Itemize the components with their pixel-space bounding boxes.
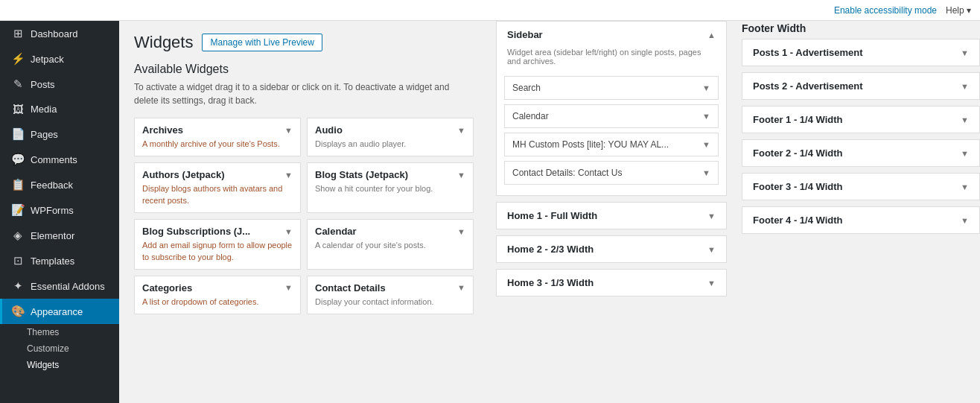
sidebar-item-label: Appearance	[31, 306, 83, 317]
sidebar-widget-contact-details[interactable]: Contact Details: Contact Us ▼	[504, 161, 719, 185]
widget-calendar[interactable]: Calendar ▼ A calendar of your site's pos…	[307, 219, 474, 270]
sidebar-area-header[interactable]: Sidebar ▲	[497, 22, 726, 48]
appearance-icon: 🎨	[11, 305, 25, 318]
home3-area-header[interactable]: Home 3 - 1/3 Width ▼	[497, 270, 726, 296]
widget-categories[interactable]: Categories ▼ A list or dropdown of categ…	[134, 276, 301, 314]
widget-blog-stats-jetpack[interactable]: Blog Stats (Jetpack) ▼ Show a hit counte…	[307, 162, 474, 213]
sidebar-item-feedback[interactable]: 📋 Feedback	[0, 172, 119, 197]
sidebar-widget-calendar-label: Calendar	[512, 111, 549, 121]
nav-sub-customize[interactable]: Customize	[0, 340, 119, 357]
posts1-ad-label: Posts 1 - Advertisement	[753, 47, 863, 58]
widget-categories-title: Categories	[142, 282, 192, 293]
footer2-label: Footer 2 - 1/4 Width	[753, 147, 843, 159]
sidebar-item-jetpack[interactable]: ⚡ Jetpack	[0, 46, 119, 72]
footer3-header[interactable]: Footer 3 - 1/4 Width ▼	[742, 174, 979, 200]
footer4-label: Footer 4 - 1/4 Width	[753, 215, 843, 226]
posts1-ad-header[interactable]: Posts 1 - Advertisement ▼	[742, 39, 979, 66]
widget-blog-subscriptions[interactable]: Blog Subscriptions (J... ▼ Add an email …	[134, 219, 301, 270]
sidebar-widget-contact-arrow: ▼	[702, 168, 710, 177]
footer2-area: Footer 2 - 1/4 Width ▼	[742, 139, 980, 167]
footer1-header[interactable]: Footer 1 - 1/4 Width ▼	[742, 107, 979, 133]
widget-authors-jetpack-title: Authors (Jetpack)	[142, 169, 225, 180]
widget-archives[interactable]: Archives ▼ A monthly archive of your sit…	[134, 118, 301, 156]
home3-area-title: Home 3 - 1/3 Width	[507, 277, 594, 288]
nav-sub-widgets[interactable]: Widgets	[0, 357, 119, 373]
home1-area-header[interactable]: Home 1 - Full Width ▼	[497, 203, 726, 229]
widget-authors-jetpack-desc: Display blogs authors with avatars and r…	[142, 183, 293, 206]
available-widgets-title: Available Widgets	[134, 63, 474, 76]
wpforms-icon: 📝	[11, 203, 25, 217]
widget-audio-title: Audio	[315, 124, 343, 136]
widget-blog-stats-jetpack-title: Blog Stats (Jetpack)	[315, 169, 408, 180]
sidebar-area-arrow: ▲	[707, 31, 716, 39]
widget-calendar-arrow: ▼	[457, 227, 465, 236]
widget-contact-details-arrow: ▼	[457, 283, 465, 292]
widget-calendar-title: Calendar	[315, 226, 357, 237]
widget-audio-desc: Displays an audio player.	[315, 139, 465, 150]
footer3-label: Footer 3 - 1/4 Width	[753, 181, 843, 192]
footer1-area: Footer 1 - 1/4 Width ▼	[742, 106, 980, 133]
widget-categories-arrow: ▼	[284, 283, 293, 292]
home2-area: Home 2 - 2/3 Width ▼	[496, 235, 727, 263]
widget-audio-arrow: ▼	[457, 126, 465, 135]
sidebar-widget-mh-custom-posts[interactable]: MH Custom Posts [lite]: YOU MAY AL... ▼	[504, 133, 719, 156]
widget-authors-jetpack-arrow: ▼	[284, 171, 293, 180]
sidebar-item-templates[interactable]: ⊡ Templates	[0, 248, 119, 273]
footer4-area: Footer 4 - 1/4 Width ▼	[742, 206, 980, 234]
essential-addons-icon: ✦	[11, 279, 25, 293]
sidebar-widget-search[interactable]: Search ▼	[504, 76, 719, 100]
sidebar-item-comments[interactable]: 💬 Comments	[0, 147, 119, 172]
sidebar-item-essential-addons[interactable]: ✦ Essential Addons	[0, 273, 119, 299]
footer1-label: Footer 1 - 1/4 Width	[753, 114, 843, 125]
right-panel: Sidebar ▲ Widget area (sidebar left/righ…	[489, 21, 980, 403]
jetpack-icon: ⚡	[11, 52, 25, 66]
sidebar-item-posts[interactable]: ✎ Posts	[0, 72, 119, 97]
manage-live-preview-button[interactable]: Manage with Live Preview	[202, 34, 322, 51]
help-button[interactable]: Help ▾	[946, 5, 971, 16]
sidebar-widget-search-label: Search	[512, 83, 541, 93]
widgets-grid: Archives ▼ A monthly archive of your sit…	[134, 118, 474, 314]
media-icon: 🖼	[11, 103, 25, 115]
footer-widget-panel: Footer Width Posts 1 - Advertisement ▼ P…	[734, 21, 980, 403]
templates-icon: ⊡	[11, 254, 25, 267]
home2-area-header[interactable]: Home 2 - 2/3 Width ▼	[497, 236, 726, 262]
posts1-ad-area: Posts 1 - Advertisement ▼	[742, 39, 980, 66]
sidebar-item-media[interactable]: 🖼 Media	[0, 97, 119, 121]
sidebar-item-appearance[interactable]: 🎨 Appearance	[0, 299, 119, 324]
widget-authors-jetpack[interactable]: Authors (Jetpack) ▼ Display blogs author…	[134, 162, 301, 213]
widget-contact-details-title: Contact Details	[315, 282, 386, 293]
page-header: Widgets Manage with Live Preview	[134, 33, 474, 52]
sidebar-item-label: Elementor	[31, 230, 74, 241]
footer3-arrow: ▼	[961, 183, 969, 191]
footer-width-title: Footer Width	[742, 21, 980, 34]
sidebar-item-wpforms[interactable]: 📝 WPForms	[0, 197, 119, 223]
widget-audio[interactable]: Audio ▼ Displays an audio player.	[307, 118, 474, 156]
sidebar-item-pages[interactable]: 📄 Pages	[0, 121, 119, 147]
posts-icon: ✎	[11, 77, 25, 91]
widget-contact-details[interactable]: Contact Details ▼ Display your contact i…	[307, 276, 474, 314]
top-bar: Enable accessibility mode Help ▾	[0, 0, 980, 21]
sidebar-item-label: Feedback	[31, 180, 73, 191]
nav-sub-themes[interactable]: Themes	[0, 324, 119, 340]
sidebar-area-main: Sidebar ▲ Widget area (sidebar left/righ…	[496, 21, 727, 196]
sidebar-item-dashboard[interactable]: ⊞ Dashboard	[0, 21, 119, 46]
accessibility-link[interactable]: Enable accessibility mode	[834, 5, 937, 16]
page-title: Widgets	[134, 33, 193, 52]
sidebar-area-title: Sidebar	[507, 29, 543, 40]
footer2-header[interactable]: Footer 2 - 1/4 Width ▼	[742, 140, 979, 166]
available-widgets-desc: To activate a widget drag it to a sideba…	[134, 80, 474, 107]
elementor-icon: ◈	[11, 229, 25, 242]
sidebar-item-label: Essential Addons	[31, 281, 105, 292]
home3-area-arrow: ▼	[707, 279, 716, 288]
footer4-header[interactable]: Footer 4 - 1/4 Width ▼	[742, 207, 979, 233]
widget-blog-subscriptions-arrow: ▼	[284, 227, 293, 236]
sidebar-item-label: WPForms	[31, 205, 74, 216]
sidebar-item-elementor[interactable]: ◈ Elementor	[0, 223, 119, 248]
home2-area-arrow: ▼	[707, 245, 716, 254]
home1-area-title: Home 1 - Full Width	[507, 210, 597, 221]
sidebar-widget-calendar[interactable]: Calendar ▼	[504, 104, 719, 128]
sidebar-item-label: Media	[31, 104, 57, 115]
posts1-ad-arrow: ▼	[961, 48, 969, 57]
posts2-ad-arrow: ▼	[961, 82, 969, 91]
posts2-ad-header[interactable]: Posts 2 - Advertisement ▼	[742, 73, 979, 99]
